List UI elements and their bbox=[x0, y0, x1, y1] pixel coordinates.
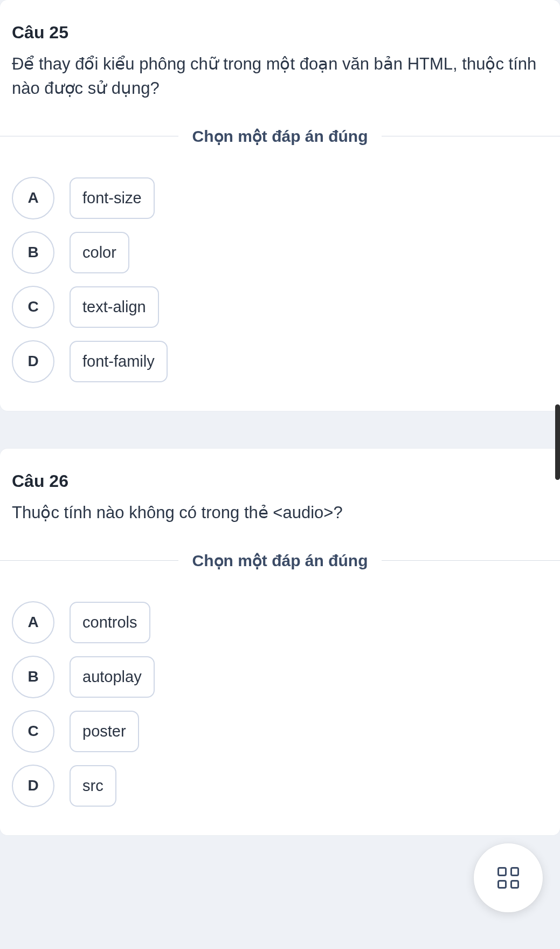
option-row[interactable]: B autoplay bbox=[12, 656, 548, 698]
option-letter[interactable]: C bbox=[12, 286, 54, 328]
question-title: Câu 26 bbox=[12, 471, 548, 491]
divider-line bbox=[382, 136, 560, 136]
instruction-row: Chọn một đáp án đúng bbox=[0, 551, 560, 570]
option-label[interactable]: poster bbox=[70, 711, 139, 752]
option-label[interactable]: controls bbox=[70, 602, 150, 643]
divider-line bbox=[0, 560, 178, 561]
option-letter[interactable]: D bbox=[12, 340, 54, 383]
options-list: A controls B autoplay C poster D src bbox=[0, 601, 560, 807]
option-row[interactable]: D src bbox=[12, 765, 548, 807]
question-title: Câu 25 bbox=[12, 23, 548, 43]
option-label[interactable]: font-family bbox=[70, 341, 168, 382]
option-letter[interactable]: D bbox=[12, 765, 54, 807]
instruction-text: Chọn một đáp án đúng bbox=[178, 127, 382, 146]
question-text: Để thay đổi kiểu phông chữ trong một đoạ… bbox=[12, 52, 548, 101]
option-letter[interactable]: A bbox=[12, 177, 54, 219]
option-letter[interactable]: A bbox=[12, 601, 54, 644]
option-letter[interactable]: B bbox=[12, 656, 54, 698]
option-label[interactable]: text-align bbox=[70, 286, 159, 328]
option-row[interactable]: A font-size bbox=[12, 177, 548, 219]
divider-line bbox=[0, 136, 178, 136]
instruction-row: Chọn một đáp án đúng bbox=[0, 127, 560, 146]
question-card: Câu 26 Thuộc tính nào không có trong thẻ… bbox=[0, 449, 560, 835]
option-row[interactable]: C text-align bbox=[12, 286, 548, 328]
options-list: A font-size B color C text-align D font-… bbox=[0, 177, 560, 383]
question-text: Thuộc tính nào không có trong thẻ <audio… bbox=[12, 501, 548, 525]
option-label[interactable]: src bbox=[70, 765, 116, 807]
option-row[interactable]: C poster bbox=[12, 710, 548, 753]
grid-icon bbox=[497, 867, 519, 873]
grid-menu-button[interactable] bbox=[474, 843, 543, 873]
scrollbar-thumb[interactable] bbox=[555, 404, 560, 480]
option-row[interactable]: B color bbox=[12, 231, 548, 274]
divider-line bbox=[382, 560, 560, 561]
option-label[interactable]: font-size bbox=[70, 177, 155, 219]
option-letter[interactable]: C bbox=[12, 710, 54, 753]
option-label[interactable]: autoplay bbox=[70, 656, 155, 698]
option-row[interactable]: D font-family bbox=[12, 340, 548, 383]
question-card: Câu 25 Để thay đổi kiểu phông chữ trong … bbox=[0, 0, 560, 411]
option-label[interactable]: color bbox=[70, 232, 129, 273]
option-row[interactable]: A controls bbox=[12, 601, 548, 644]
instruction-text: Chọn một đáp án đúng bbox=[178, 551, 382, 570]
option-letter[interactable]: B bbox=[12, 231, 54, 274]
